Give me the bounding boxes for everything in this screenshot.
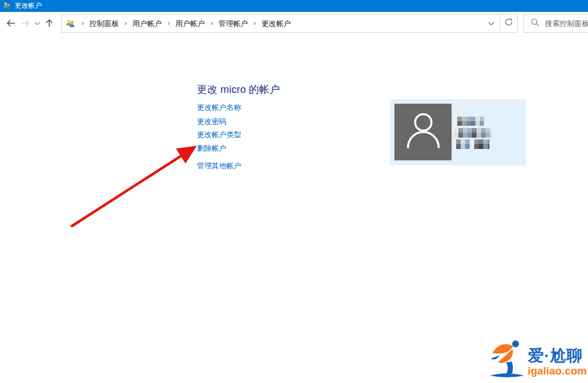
search-input[interactable]	[545, 19, 588, 28]
watermark-text: 爱·尬聊 igaliao.com	[527, 348, 587, 378]
link-delete-account[interactable]: 删除帐户	[197, 143, 226, 154]
breadcrumb-separator-icon: ›	[207, 14, 217, 33]
running-person-logo-icon	[489, 338, 525, 378]
breadcrumb-separator-icon: ›	[250, 14, 260, 33]
chevron-down-icon	[488, 18, 495, 28]
user-account-tile	[390, 99, 526, 165]
search-icon	[524, 18, 545, 29]
chevron-down-icon	[35, 22, 40, 25]
window-title: 更改帐户	[15, 0, 42, 12]
window-titlebar: 更改帐户	[0, 0, 588, 12]
breadcrumb-control-panel[interactable]: 控制面板	[88, 14, 121, 33]
page-title: 更改 micro 的帐户	[197, 83, 280, 96]
watermark: 爱·尬聊 igaliao.com	[489, 338, 587, 378]
refresh-button[interactable]	[500, 15, 517, 32]
up-arrow-icon	[45, 19, 53, 28]
address-dropdown-button[interactable]	[483, 15, 500, 32]
redacted-account-name	[457, 117, 484, 126]
person-icon	[404, 110, 443, 154]
forward-icon	[20, 19, 31, 27]
annotation-arrow	[62, 139, 209, 236]
breadcrumb-separator-icon: ›	[164, 14, 174, 33]
refresh-icon	[504, 18, 513, 29]
breadcrumb-change-account[interactable]: 更改帐户	[260, 14, 293, 33]
link-manage-other-accounts[interactable]: 管理其他帐户	[197, 161, 241, 171]
back-icon	[6, 19, 16, 27]
breadcrumb-separator-icon: ›	[78, 14, 88, 33]
redacted-account-detail	[454, 128, 492, 138]
navigation-bar: › 控制面板 › 用户帐户 › 用户帐户 › 管理帐户 › 更改帐户	[0, 12, 588, 35]
forward-button[interactable]	[18, 16, 33, 31]
breadcrumb-user-accounts[interactable]: 用户帐户	[131, 14, 164, 33]
up-button[interactable]	[42, 16, 57, 31]
breadcrumb-user-accounts-2[interactable]: 用户帐户	[174, 14, 207, 33]
address-bar[interactable]: › 控制面板 › 用户帐户 › 用户帐户 › 管理帐户 › 更改帐户	[61, 14, 518, 33]
breadcrumb-separator-icon: ›	[121, 14, 131, 33]
recent-pages-button[interactable]	[33, 16, 42, 31]
back-button[interactable]	[3, 16, 18, 31]
breadcrumb-manage-accounts[interactable]: 管理帐户	[217, 14, 250, 33]
avatar	[394, 104, 452, 160]
content-area: 更改 micro 的帐户 更改帐户名称 更改密码 更改帐户类型 删除帐户 管理其…	[0, 35, 588, 383]
link-change-password[interactable]: 更改密码	[197, 117, 226, 127]
user-accounts-icon	[66, 19, 75, 28]
link-change-account-type[interactable]: 更改帐户类型	[197, 130, 241, 140]
user-accounts-icon	[3, 2, 11, 10]
link-change-account-name[interactable]: 更改帐户名称	[197, 103, 241, 113]
watermark-site: igaliao.com	[527, 365, 587, 376]
watermark-name: 爱·尬聊	[527, 348, 587, 364]
search-box[interactable]	[523, 14, 588, 33]
redacted-account-type	[456, 139, 490, 149]
